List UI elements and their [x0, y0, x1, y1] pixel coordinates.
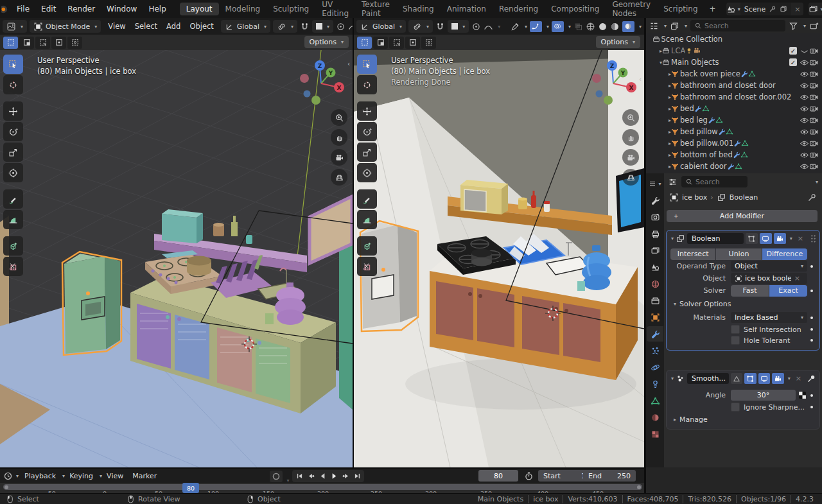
current-frame-field[interactable]: 80 — [478, 470, 518, 482]
add-cube-tool-button[interactable] — [3, 236, 23, 256]
timeline-menu-marker[interactable]: Marker — [128, 472, 161, 480]
solver-options-header[interactable]: ▾ Solver Options — [667, 297, 819, 311]
select-mode-4[interactable] — [421, 37, 436, 49]
workspace-tab-scripting[interactable]: Scripting — [657, 3, 704, 15]
animate-dot[interactable] — [810, 339, 813, 342]
scissors-tool-button[interactable] — [357, 257, 377, 276]
disable-render-toggle[interactable] — [809, 46, 819, 56]
axis-x-label[interactable]: X — [629, 85, 634, 91]
annotate-tool-button[interactable] — [3, 189, 23, 209]
operand-type-dropdown[interactable]: Object ▾ — [731, 261, 807, 272]
viewport-menu-object[interactable]: Object — [185, 22, 218, 31]
object-picker[interactable]: ice box boole... × — [731, 273, 807, 284]
proportional-falloff-icon[interactable] — [484, 22, 493, 31]
animate-dot[interactable] — [810, 317, 813, 319]
collapse-region-arrow[interactable]: ‹ — [639, 76, 642, 83]
outliner-row[interactable]: ▸bottom of bed — [646, 149, 822, 161]
animate-dot[interactable] — [810, 290, 813, 292]
pan-hand-button[interactable] — [331, 129, 347, 146]
move-tool-button[interactable] — [357, 101, 377, 121]
properties-tab-render[interactable] — [647, 209, 663, 225]
select-mode-3[interactable] — [405, 37, 420, 49]
outliner-row[interactable]: ▸bed leg — [646, 114, 822, 126]
zoom-button[interactable] — [331, 109, 347, 126]
measure-tool-button[interactable] — [3, 210, 23, 229]
timeline-menu-playback[interactable]: Playback — [20, 472, 60, 480]
hide-viewport-toggle[interactable] — [800, 116, 809, 125]
disable-render-toggle[interactable] — [809, 69, 819, 79]
viewport-menu-view[interactable]: View — [103, 22, 130, 31]
workspace-tab-uv-editing[interactable]: UV Editing — [315, 0, 355, 20]
mode-selector[interactable]: Object Mode ▾ — [30, 20, 101, 33]
close-icon[interactable]: × — [791, 5, 803, 13]
properties-tab-constraints[interactable] — [647, 376, 663, 392]
outliner-search[interactable]: Search — [690, 20, 785, 31]
properties-tab-view-layer[interactable] — [647, 243, 663, 258]
menu-file[interactable]: File — [11, 4, 35, 13]
rotate-tool-button[interactable] — [357, 122, 377, 141]
select-mode-0[interactable] — [3, 37, 18, 49]
materials-dropdown[interactable]: Index Based ▾ — [731, 312, 807, 323]
workspace-tab-layout[interactable]: Layout — [180, 3, 219, 15]
cursor-tool-button[interactable] — [3, 75, 23, 94]
select-mode-2[interactable] — [35, 37, 50, 49]
disable-render-toggle[interactable] — [809, 92, 819, 102]
hide-viewport-toggle[interactable] — [800, 69, 809, 79]
properties-tab-particles[interactable] — [647, 343, 663, 358]
timeline-menu-view[interactable]: View — [102, 472, 128, 480]
disable-render-toggle[interactable] — [809, 116, 819, 125]
hide-viewport-toggle[interactable] — [800, 46, 809, 56]
viewport-menu-add[interactable]: Add — [162, 22, 185, 31]
navigation-gizmo[interactable]: Z Y X — [297, 56, 345, 108]
disable-render-toggle[interactable] — [809, 81, 819, 91]
navigation-gizmo[interactable]: Z Y X — [589, 56, 638, 108]
overlays-toggle[interactable] — [552, 21, 564, 32]
proportional-falloff-icon[interactable] — [348, 22, 353, 31]
solver-fast[interactable]: Fast — [731, 285, 769, 297]
properties-tab-object[interactable] — [647, 309, 663, 325]
outliner-row[interactable]: ▸bed — [646, 103, 822, 114]
next-keyframe-button[interactable] — [340, 471, 351, 482]
disable-render-toggle[interactable] — [809, 139, 819, 148]
properties-tab-modifiers[interactable] — [647, 326, 663, 342]
outliner-item-label[interactable]: bathroom and closet door.002 — [680, 92, 791, 101]
properties-tab-object-data[interactable] — [647, 393, 663, 408]
zoom-button[interactable] — [622, 109, 639, 126]
copy-icon[interactable] — [780, 5, 787, 13]
ice-box-selected[interactable] — [62, 252, 121, 355]
jump-to-start-button[interactable] — [293, 471, 305, 482]
proportional-editing-icon[interactable] — [336, 22, 345, 31]
timeline-scrollbar[interactable] — [3, 484, 642, 490]
axis-z-label[interactable]: Z — [318, 63, 322, 69]
breadcrumb-object[interactable]: ice box — [682, 193, 707, 202]
outliner-row[interactable]: ▸LCA✓ — [646, 45, 822, 56]
new-collection-icon[interactable] — [809, 21, 819, 31]
pan-hand-button[interactable] — [622, 129, 639, 146]
animate-dot[interactable] — [810, 328, 813, 331]
boolean-op-difference[interactable]: Difference — [762, 248, 807, 260]
outliner-row[interactable]: ▾Main Objects✓ — [646, 56, 822, 68]
viewport-right-canvas[interactable]: User Perspective (80) Main Objects | ice… — [354, 50, 644, 467]
left-3d-scene[interactable] — [0, 50, 353, 467]
axis-z-label[interactable]: Z — [610, 63, 615, 69]
hide-viewport-toggle[interactable] — [800, 58, 809, 67]
grid-ortho-button[interactable] — [331, 169, 347, 186]
chevron-down-icon[interactable]: ▾ — [816, 179, 818, 185]
snap-magnet-icon[interactable] — [300, 22, 310, 31]
manage-section[interactable]: ▸ Manage — [667, 413, 819, 429]
add-modifier-button[interactable]: ＋ Add Modifier — [667, 210, 818, 222]
render-toggle[interactable] — [772, 373, 784, 384]
timeline-menu-keying[interactable]: Keying — [65, 472, 98, 480]
scale-tool-button[interactable] — [3, 143, 23, 162]
outliner-item-label[interactable]: Main Objects — [671, 58, 719, 67]
display-mode-icon[interactable] — [670, 21, 679, 31]
viewport-left-canvas[interactable]: User Perspective (80) Main Objects | ice… — [0, 50, 353, 467]
collection-checkbox[interactable]: ✓ — [789, 58, 797, 66]
outliner-item-label[interactable]: bed leg — [680, 116, 708, 125]
animate-dot[interactable] — [810, 265, 813, 268]
camera-view-button[interactable] — [622, 149, 639, 166]
scale-tool-button[interactable] — [357, 143, 377, 162]
render-toggle[interactable] — [774, 233, 786, 244]
workspace-tab-sculpting[interactable]: Sculpting — [267, 3, 315, 15]
blender-logo-icon[interactable] — [1, 4, 11, 14]
